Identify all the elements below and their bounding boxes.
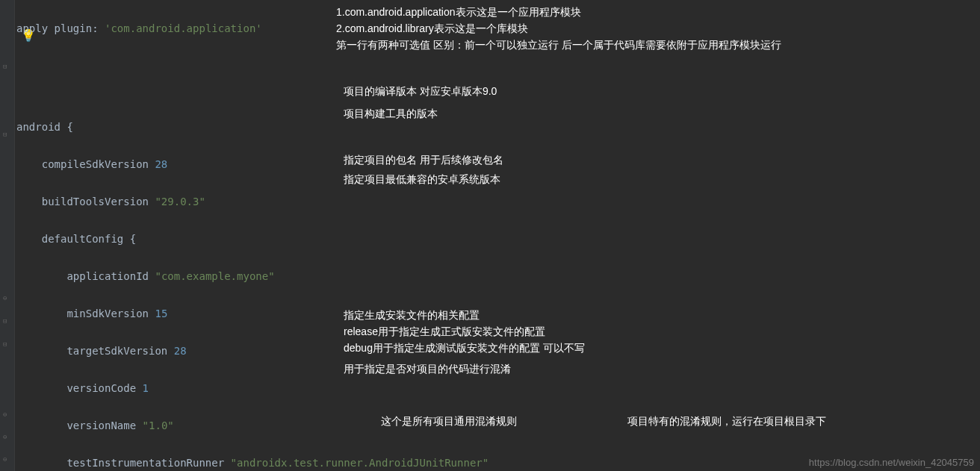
code-brace: { xyxy=(130,233,136,245)
code-token: testInstrumentationRunner xyxy=(66,457,230,469)
code-token: compileSdkVersion xyxy=(42,158,155,170)
fold-marker-icon[interactable]: ⊟ xyxy=(3,340,10,348)
code-number: 28 xyxy=(155,158,167,170)
annotation-text: 这个是所有项目通用混淆规则 xyxy=(381,414,517,428)
annotation-text: 1.com.android.application表示这是一个应用程序模块 xyxy=(336,4,581,19)
code-token: defaultConfig xyxy=(42,233,130,245)
fold-marker-icon[interactable]: ⊖ xyxy=(3,455,10,463)
code-brace: { xyxy=(66,121,72,133)
code-string: 'com.android.application' xyxy=(105,22,262,34)
code-string: "com.example.myone" xyxy=(155,270,274,282)
code-token: android xyxy=(16,121,66,133)
fold-marker-icon[interactable]: ⊟ xyxy=(3,63,10,70)
code-number: 28 xyxy=(174,345,187,357)
fold-marker-icon[interactable]: ⊖ xyxy=(3,411,10,418)
annotation-text: 项目构建工具的版本 xyxy=(344,106,438,121)
annotation-text: debug用于指定生成测试版安装文件的配置 可以不写 xyxy=(344,340,585,355)
code-editor[interactable]: apply plugin: 'com.android.application' … xyxy=(15,0,665,471)
code-token: targetSdkVersion xyxy=(66,345,173,357)
code-token: versionCode xyxy=(66,382,142,394)
code-string: "29.0.3" xyxy=(155,196,205,208)
code-token: apply xyxy=(16,22,48,34)
annotation-text: 用于指定是否对项目的代码进行混淆 xyxy=(344,361,511,376)
code-token: plugin: xyxy=(48,22,105,34)
code-string: "1.0" xyxy=(143,419,174,431)
annotation-text: 指定项目最低兼容的安卓系统版本 xyxy=(344,172,500,187)
fold-marker-icon[interactable]: ⊖ xyxy=(3,294,10,302)
annotation-text: 项目特有的混淆规则，运行在项目根目录下 xyxy=(627,414,826,428)
code-token: buildToolsVersion xyxy=(42,196,155,208)
annotation-text: 项目的编译版本 对应安卓版本9.0 xyxy=(344,84,497,99)
annotation-text: 第一行有两种可选值 区别：前一个可以独立运行 后一个属于代码库需要依附于应用程序… xyxy=(336,37,781,52)
code-token: applicationId xyxy=(66,270,155,282)
annotation-text: 2.com.android.library表示这是一个库模块 xyxy=(336,21,528,36)
annotation-text: release用于指定生成正式版安装文件的配置 xyxy=(344,324,545,339)
fold-marker-icon[interactable]: ⊟ xyxy=(3,317,10,325)
fold-marker-icon[interactable]: ⊟ xyxy=(3,131,10,138)
code-number: 15 xyxy=(155,308,167,319)
code-token: versionName xyxy=(66,419,142,431)
annotation-text: 指定生成安装文件的相关配置 xyxy=(344,308,480,322)
watermark-text: https://blog.csdn.net/weixin_42045759 xyxy=(809,457,974,468)
code-token: minSdkVersion xyxy=(66,308,155,319)
annotation-text: 指定项目的包名 用于后续修改包名 xyxy=(344,152,503,167)
editor-gutter: ⊟ ⊟ ⊖ ⊟ ⊟ ⊖ ⊖ ⊖ xyxy=(0,0,15,471)
code-string: "androidx.test.runner.AndroidJUnitRunner… xyxy=(231,457,489,469)
fold-marker-icon[interactable]: ⊖ xyxy=(3,433,10,440)
code-number: 1 xyxy=(143,382,149,394)
